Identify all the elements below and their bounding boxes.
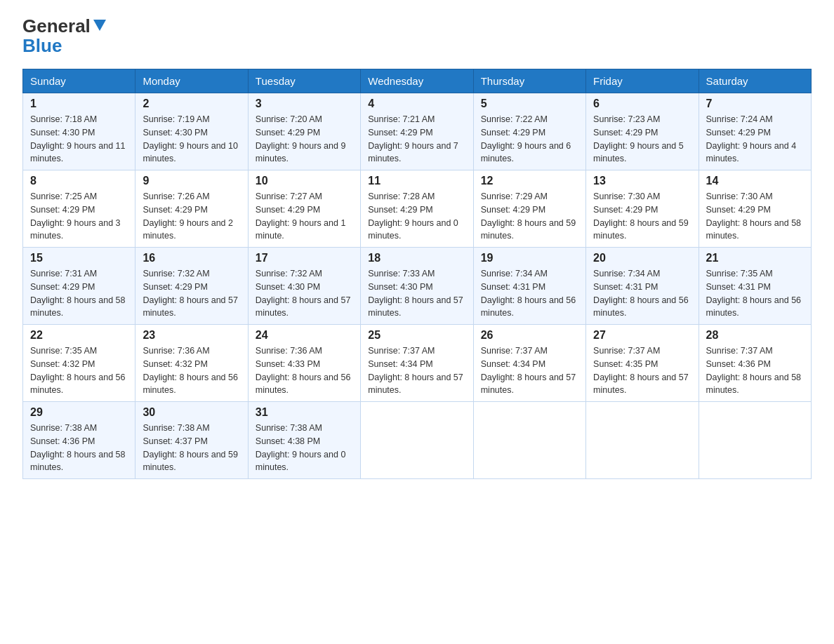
- day-info: Sunrise: 7:32 AMSunset: 4:30 PMDaylight:…: [256, 269, 351, 318]
- day-number: 5: [481, 98, 578, 110]
- calendar-cell: 4 Sunrise: 7:21 AMSunset: 4:29 PMDayligh…: [361, 93, 473, 170]
- day-info: Sunrise: 7:23 AMSunset: 4:29 PMDaylight:…: [593, 114, 684, 163]
- day-info: Sunrise: 7:38 AMSunset: 4:36 PMDaylight:…: [30, 423, 126, 472]
- day-number: 14: [706, 175, 804, 187]
- calendar-cell: 14 Sunrise: 7:30 AMSunset: 4:29 PMDaylig…: [699, 170, 811, 248]
- calendar-cell: [699, 402, 811, 479]
- day-number: 12: [481, 175, 578, 187]
- calendar-cell: 11 Sunrise: 7:28 AMSunset: 4:29 PMDaylig…: [361, 170, 473, 248]
- day-info: Sunrise: 7:37 AMSunset: 4:34 PMDaylight:…: [481, 346, 576, 395]
- day-info: Sunrise: 7:38 AMSunset: 4:38 PMDaylight:…: [256, 423, 346, 472]
- day-number: 15: [30, 252, 128, 264]
- day-info: Sunrise: 7:34 AMSunset: 4:31 PMDaylight:…: [481, 269, 576, 318]
- day-number: 1: [30, 98, 128, 110]
- day-number: 3: [256, 98, 353, 110]
- calendar-cell: 5 Sunrise: 7:22 AMSunset: 4:29 PMDayligh…: [473, 93, 585, 170]
- calendar-week-row: 15 Sunrise: 7:31 AMSunset: 4:29 PMDaylig…: [23, 248, 812, 325]
- weekday-header-row: SundayMondayTuesdayWednesdayThursdayFrid…: [23, 69, 812, 93]
- day-info: Sunrise: 7:20 AMSunset: 4:29 PMDaylight:…: [256, 114, 346, 163]
- day-number: 26: [481, 329, 578, 342]
- calendar-body: 1 Sunrise: 7:18 AMSunset: 4:30 PMDayligh…: [23, 93, 812, 479]
- weekday-header-sunday: Sunday: [23, 69, 135, 93]
- day-number: 4: [368, 98, 465, 110]
- day-info: Sunrise: 7:35 AMSunset: 4:31 PMDaylight:…: [706, 269, 802, 318]
- day-info: Sunrise: 7:19 AMSunset: 4:30 PMDaylight:…: [143, 114, 238, 163]
- calendar-cell: 21 Sunrise: 7:35 AMSunset: 4:31 PMDaylig…: [699, 248, 811, 325]
- day-info: Sunrise: 7:30 AMSunset: 4:29 PMDaylight:…: [706, 192, 802, 241]
- weekday-header-saturday: Saturday: [699, 69, 811, 93]
- calendar-cell: 3 Sunrise: 7:20 AMSunset: 4:29 PMDayligh…: [248, 93, 360, 170]
- day-number: 23: [143, 329, 240, 342]
- day-number: 31: [256, 406, 353, 419]
- day-info: Sunrise: 7:37 AMSunset: 4:36 PMDaylight:…: [706, 346, 802, 395]
- day-info: Sunrise: 7:31 AMSunset: 4:29 PMDaylight:…: [30, 269, 126, 318]
- day-info: Sunrise: 7:37 AMSunset: 4:35 PMDaylight:…: [593, 346, 689, 395]
- day-info: Sunrise: 7:28 AMSunset: 4:29 PMDaylight:…: [368, 192, 458, 241]
- calendar-cell: 29 Sunrise: 7:38 AMSunset: 4:36 PMDaylig…: [23, 402, 135, 479]
- day-info: Sunrise: 7:24 AMSunset: 4:29 PMDaylight:…: [706, 114, 797, 163]
- day-number: 25: [368, 329, 465, 342]
- day-info: Sunrise: 7:36 AMSunset: 4:32 PMDaylight:…: [143, 346, 238, 395]
- calendar-cell: 1 Sunrise: 7:18 AMSunset: 4:30 PMDayligh…: [23, 93, 135, 170]
- calendar-cell: [473, 402, 585, 479]
- calendar-cell: 30 Sunrise: 7:38 AMSunset: 4:37 PMDaylig…: [135, 402, 248, 479]
- calendar-cell: 16 Sunrise: 7:32 AMSunset: 4:29 PMDaylig…: [135, 248, 248, 325]
- day-info: Sunrise: 7:30 AMSunset: 4:29 PMDaylight:…: [593, 192, 689, 241]
- calendar-cell: 20 Sunrise: 7:34 AMSunset: 4:31 PMDaylig…: [586, 248, 699, 325]
- day-info: Sunrise: 7:36 AMSunset: 4:33 PMDaylight:…: [256, 346, 351, 395]
- calendar-cell: 9 Sunrise: 7:26 AMSunset: 4:29 PMDayligh…: [135, 170, 248, 248]
- day-number: 11: [368, 175, 465, 187]
- day-number: 22: [30, 329, 128, 342]
- calendar-cell: 22 Sunrise: 7:35 AMSunset: 4:32 PMDaylig…: [23, 325, 135, 402]
- day-number: 10: [256, 175, 353, 187]
- logo-text-blue: Blue: [22, 36, 62, 55]
- weekday-header-friday: Friday: [586, 69, 699, 93]
- day-number: 8: [30, 175, 128, 187]
- day-number: 20: [593, 252, 691, 264]
- calendar-cell: [361, 402, 473, 479]
- weekday-header-tuesday: Tuesday: [248, 69, 360, 93]
- calendar-cell: 23 Sunrise: 7:36 AMSunset: 4:32 PMDaylig…: [135, 325, 248, 402]
- day-info: Sunrise: 7:35 AMSunset: 4:32 PMDaylight:…: [30, 346, 126, 395]
- day-info: Sunrise: 7:32 AMSunset: 4:29 PMDaylight:…: [143, 269, 238, 318]
- day-number: 19: [481, 252, 578, 264]
- calendar-cell: 8 Sunrise: 7:25 AMSunset: 4:29 PMDayligh…: [23, 170, 135, 248]
- logo: General Blue: [22, 17, 107, 55]
- page-header: General Blue: [22, 17, 812, 55]
- calendar-cell: 27 Sunrise: 7:37 AMSunset: 4:35 PMDaylig…: [586, 325, 699, 402]
- calendar-cell: 17 Sunrise: 7:32 AMSunset: 4:30 PMDaylig…: [248, 248, 360, 325]
- day-info: Sunrise: 7:33 AMSunset: 4:30 PMDaylight:…: [368, 269, 463, 318]
- day-info: Sunrise: 7:22 AMSunset: 4:29 PMDaylight:…: [481, 114, 571, 163]
- calendar-cell: 24 Sunrise: 7:36 AMSunset: 4:33 PMDaylig…: [248, 325, 360, 402]
- calendar-week-row: 8 Sunrise: 7:25 AMSunset: 4:29 PMDayligh…: [23, 170, 812, 248]
- day-info: Sunrise: 7:25 AMSunset: 4:29 PMDaylight:…: [30, 192, 121, 241]
- day-number: 7: [706, 98, 804, 110]
- day-number: 13: [593, 175, 691, 187]
- day-number: 17: [256, 252, 353, 264]
- calendar-cell: 25 Sunrise: 7:37 AMSunset: 4:34 PMDaylig…: [361, 325, 473, 402]
- day-info: Sunrise: 7:37 AMSunset: 4:34 PMDaylight:…: [368, 346, 463, 395]
- calendar-cell: 19 Sunrise: 7:34 AMSunset: 4:31 PMDaylig…: [473, 248, 585, 325]
- calendar-cell: 15 Sunrise: 7:31 AMSunset: 4:29 PMDaylig…: [23, 248, 135, 325]
- calendar-week-row: 1 Sunrise: 7:18 AMSunset: 4:30 PMDayligh…: [23, 93, 812, 170]
- day-number: 28: [706, 329, 804, 342]
- calendar-cell: 6 Sunrise: 7:23 AMSunset: 4:29 PMDayligh…: [586, 93, 699, 170]
- calendar-week-row: 22 Sunrise: 7:35 AMSunset: 4:32 PMDaylig…: [23, 325, 812, 402]
- calendar-cell: 26 Sunrise: 7:37 AMSunset: 4:34 PMDaylig…: [473, 325, 585, 402]
- calendar-cell: 10 Sunrise: 7:27 AMSunset: 4:29 PMDaylig…: [248, 170, 360, 248]
- calendar-cell: 31 Sunrise: 7:38 AMSunset: 4:38 PMDaylig…: [248, 402, 360, 479]
- logo-triangle-icon: [92, 17, 107, 32]
- logo-text-general: General: [22, 17, 91, 35]
- day-number: 30: [143, 406, 240, 419]
- calendar-cell: 13 Sunrise: 7:30 AMSunset: 4:29 PMDaylig…: [586, 170, 699, 248]
- day-number: 9: [143, 175, 240, 187]
- day-number: 29: [30, 406, 128, 419]
- calendar-header: SundayMondayTuesdayWednesdayThursdayFrid…: [23, 69, 812, 93]
- day-number: 6: [593, 98, 691, 110]
- day-number: 18: [368, 252, 465, 264]
- day-info: Sunrise: 7:38 AMSunset: 4:37 PMDaylight:…: [143, 423, 238, 472]
- day-info: Sunrise: 7:27 AMSunset: 4:29 PMDaylight:…: [256, 192, 346, 241]
- calendar-cell: [586, 402, 699, 479]
- day-number: 27: [593, 329, 691, 342]
- calendar-week-row: 29 Sunrise: 7:38 AMSunset: 4:36 PMDaylig…: [23, 402, 812, 479]
